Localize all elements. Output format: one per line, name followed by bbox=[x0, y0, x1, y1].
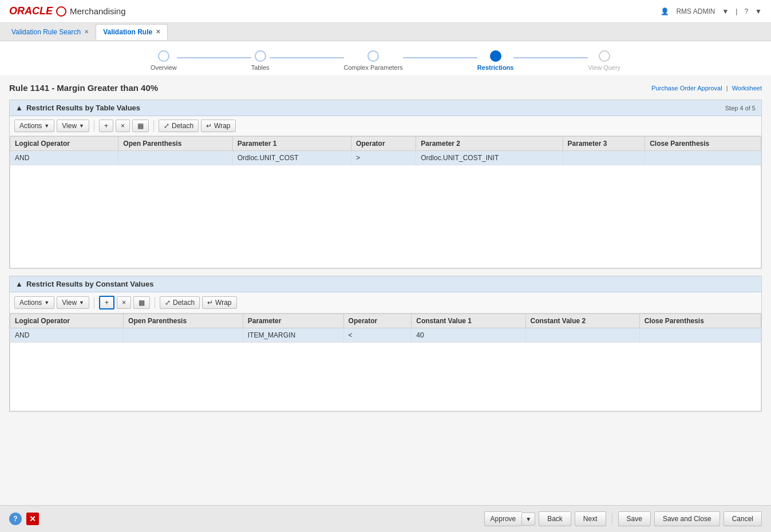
delete-icon-table: × bbox=[121, 122, 125, 130]
toolbar-separator-1 bbox=[94, 120, 94, 132]
tab-validation-rule-search[interactable]: Validation Rule Search ✕ bbox=[5, 25, 96, 39]
breadcrumb-part2[interactable]: Worksheet bbox=[732, 85, 762, 92]
col-header-close-parenthesis: Close Parenthesis bbox=[645, 137, 761, 151]
table-values-table-container: Logical Operator Open Parenthesis Parame… bbox=[10, 136, 761, 268]
help-dropdown-arrow[interactable]: ▼ bbox=[755, 7, 762, 15]
wrap-button-table[interactable]: ↵ Wrap bbox=[201, 120, 235, 132]
table-values-table: Logical Operator Open Parenthesis Parame… bbox=[10, 136, 761, 268]
breadcrumb-separator: | bbox=[726, 85, 728, 92]
wizard-step-tables[interactable]: Tables bbox=[251, 50, 270, 71]
cell-close-parenthesis bbox=[645, 151, 761, 165]
collapse-icon-table[interactable]: ▲ bbox=[15, 104, 23, 112]
view-button-table[interactable]: View ▼ bbox=[57, 120, 89, 132]
wizard-step-restrictions[interactable]: Restrictions bbox=[477, 50, 514, 71]
col-header-operator: Operator bbox=[351, 137, 416, 151]
constant-values-table-container: Logical Operator Open Parenthesis Parame… bbox=[10, 313, 761, 411]
cell-logical-operator: AND bbox=[10, 151, 118, 165]
wizard-line-3 bbox=[403, 57, 477, 58]
detach-button-table[interactable]: ⤢ Detach bbox=[159, 120, 199, 132]
add-icon-constant: + bbox=[105, 299, 109, 307]
col-header-const-close-parenthesis: Close Parenthesis bbox=[639, 314, 761, 328]
rule-title: Rule 1141 - Margin Greater than 40% bbox=[9, 83, 158, 93]
table-empty-row bbox=[10, 165, 761, 268]
detach-icon-table: ⤢ bbox=[164, 122, 169, 130]
tab-validation-rule[interactable]: Validation Rule ✕ bbox=[96, 24, 168, 40]
actions-dropdown-arrow-constant: ▼ bbox=[44, 300, 49, 305]
wizard-label-complex-parameters: Complex Parameters bbox=[344, 64, 403, 71]
help-icon[interactable]: ? bbox=[744, 7, 748, 15]
table-values-section-header: ▲ Restrict Results by Table Values Step … bbox=[10, 100, 761, 116]
wizard-label-view-query: View Query bbox=[588, 64, 620, 71]
cell-parameter3 bbox=[563, 151, 645, 165]
constant-values-section: ▲ Restrict Results by Constant Values Ac… bbox=[9, 276, 762, 412]
toolbar-separator-3 bbox=[94, 297, 94, 308]
wrap-icon-constant: ↵ bbox=[207, 299, 213, 307]
constant-values-header-row: Logical Operator Open Parenthesis Parame… bbox=[10, 314, 761, 328]
empty-cell bbox=[10, 165, 761, 268]
const-cell-value2 bbox=[525, 328, 639, 343]
col-header-parameter2: Parameter 2 bbox=[416, 137, 563, 151]
oracle-wordmark: ORACLE bbox=[9, 5, 53, 17]
user-name: RMS ADMIN bbox=[676, 7, 715, 15]
const-cell-value1: 40 bbox=[412, 328, 525, 343]
actions-dropdown-arrow-table: ▼ bbox=[44, 123, 49, 129]
view-dropdown-arrow-table: ▼ bbox=[79, 123, 84, 129]
cell-operator: > bbox=[351, 151, 416, 165]
app-header: ORACLE Merchandising 👤 RMS ADMIN ▼ | ? ▼ bbox=[0, 0, 771, 23]
view-button-constant[interactable]: View ▼ bbox=[57, 296, 89, 309]
columns-button-table[interactable]: ▦ bbox=[132, 120, 149, 132]
wizard-circle-restrictions bbox=[490, 50, 501, 62]
user-dropdown-arrow[interactable]: ▼ bbox=[722, 7, 729, 15]
wizard-step-overview[interactable]: Overview bbox=[151, 50, 177, 71]
col-header-const-value2: Constant Value 2 bbox=[525, 314, 639, 328]
columns-icon-constant: ▦ bbox=[139, 299, 145, 307]
constant-values-toolbar: Actions ▼ View ▼ + × ▦ ⤢ Detach bbox=[10, 292, 761, 313]
cell-parameter2: Ordloc.UNIT_COST_INIT bbox=[416, 151, 563, 165]
delete-row-button-table[interactable]: × bbox=[116, 120, 130, 132]
tab-close-validation-rule-search[interactable]: ✕ bbox=[84, 29, 89, 35]
wizard-step-complex-parameters[interactable]: Complex Parameters bbox=[344, 50, 403, 71]
oracle-circle-icon bbox=[56, 6, 66, 17]
col-header-const-operator: Operator bbox=[343, 314, 412, 328]
breadcrumb-part1[interactable]: Purchase Order Approval bbox=[651, 85, 722, 92]
wizard-label-overview: Overview bbox=[151, 64, 177, 71]
columns-icon-table: ▦ bbox=[137, 122, 144, 130]
breadcrumb: Purchase Order Approval | Worksheet bbox=[651, 85, 762, 92]
wizard-label-tables: Tables bbox=[251, 64, 270, 71]
actions-button-constant[interactable]: Actions ▼ bbox=[14, 296, 54, 309]
tab-close-validation-rule[interactable]: ✕ bbox=[156, 29, 160, 35]
wizard-steps: Overview Tables Complex Parameters Restr… bbox=[151, 50, 620, 71]
detach-button-constant[interactable]: ⤢ Detach bbox=[160, 296, 200, 309]
wizard-circle-overview bbox=[158, 50, 169, 62]
wizard-label-restrictions: Restrictions bbox=[477, 64, 514, 71]
columns-button-constant[interactable]: ▦ bbox=[133, 296, 150, 309]
add-icon-table: + bbox=[104, 122, 108, 130]
wrap-button-constant[interactable]: ↵ Wrap bbox=[202, 296, 236, 309]
col-header-const-open-parenthesis: Open Parenthesis bbox=[124, 314, 243, 328]
const-cell-parameter: ITEM_MARGIN bbox=[243, 328, 343, 343]
separator: | bbox=[736, 7, 737, 15]
constant-values-table: Logical Operator Open Parenthesis Parame… bbox=[10, 313, 761, 411]
add-row-button-table[interactable]: + bbox=[99, 120, 113, 132]
table-values-header-row: Logical Operator Open Parenthesis Parame… bbox=[10, 137, 761, 151]
user-icon: 👤 bbox=[661, 7, 669, 15]
wizard-circle-view-query bbox=[599, 50, 610, 62]
constant-empty-row bbox=[10, 343, 761, 411]
table-values-toolbar: Actions ▼ View ▼ + × ▦ ⤢ Detach bbox=[10, 116, 761, 136]
collapse-icon-constant[interactable]: ▲ bbox=[15, 280, 23, 288]
wizard-circle-tables bbox=[255, 50, 266, 62]
delete-row-button-constant[interactable]: × bbox=[117, 296, 131, 309]
wizard-container: Overview Tables Complex Parameters Restr… bbox=[0, 41, 771, 76]
toolbar-separator-2 bbox=[153, 120, 154, 132]
wizard-step-view-query[interactable]: View Query bbox=[588, 50, 620, 71]
table-row[interactable]: AND Ordloc.UNIT_COST > Ordloc.UNIT_COST_… bbox=[10, 151, 761, 165]
col-header-const-logical-operator: Logical Operator bbox=[10, 314, 124, 328]
col-header-parameter1: Parameter 1 bbox=[232, 137, 351, 151]
constant-row[interactable]: AND ITEM_MARGIN < 40 bbox=[10, 328, 761, 343]
add-row-button-constant[interactable]: + bbox=[99, 296, 114, 309]
rule-title-row: Rule 1141 - Margin Greater than 40% Purc… bbox=[9, 83, 762, 93]
tabs-bar: Validation Rule Search ✕ Validation Rule… bbox=[0, 23, 771, 41]
tab-label-validation-rule: Validation Rule bbox=[103, 28, 152, 36]
actions-button-table[interactable]: Actions ▼ bbox=[14, 120, 54, 132]
wizard-line-2 bbox=[270, 57, 344, 58]
